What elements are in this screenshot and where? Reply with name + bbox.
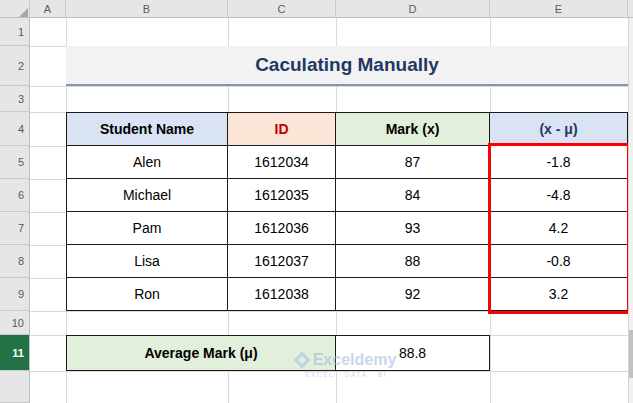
column-header-strip: A B C D E — [0, 0, 633, 18]
gridline — [30, 311, 628, 312]
cell-mark-row2[interactable]: 84 — [336, 179, 490, 212]
worksheet-title[interactable]: Caculating Manually — [66, 46, 628, 86]
vertical-scrollbar[interactable] — [628, 18, 633, 403]
column-header-d[interactable]: D — [336, 0, 490, 18]
header-student-name[interactable]: Student Name — [66, 112, 228, 146]
scrollbar-thumb[interactable] — [629, 330, 633, 378]
header-deviation[interactable]: (x - μ) — [490, 112, 628, 146]
row-header-3[interactable]: 3 — [0, 86, 29, 112]
column-header-c[interactable]: C — [228, 0, 336, 18]
spreadsheet: A B C D E 1 2 3 4 5 6 7 8 9 10 11 Cacula… — [0, 0, 633, 403]
column-header-b[interactable]: B — [66, 0, 228, 18]
cell-name-row2[interactable]: Michael — [66, 179, 228, 212]
watermark-tagline: EXCEL · DATA · BI — [281, 371, 411, 378]
cell-id-row5[interactable]: 1612038 — [228, 278, 336, 311]
row-header-1[interactable]: 1 — [0, 18, 29, 46]
cell-dev-row4[interactable]: -0.8 — [490, 245, 628, 278]
cell-dev-row1[interactable]: -1.8 — [490, 146, 628, 179]
cell-name-row5[interactable]: Ron — [66, 278, 228, 311]
header-id[interactable]: ID — [228, 112, 336, 146]
row-header-11-selected[interactable]: 11 — [0, 335, 29, 371]
average-mark-label[interactable]: Average Mark (μ) — [66, 335, 336, 371]
header-mark[interactable]: Mark (x) — [336, 112, 490, 146]
gridline — [30, 86, 628, 87]
cell-mark-row5[interactable]: 92 — [336, 278, 490, 311]
cell-id-row3[interactable]: 1612036 — [228, 212, 336, 245]
cell-mark-row3[interactable]: 93 — [336, 212, 490, 245]
row-header-10[interactable]: 10 — [0, 311, 29, 335]
cell-dev-row2[interactable]: -4.8 — [490, 179, 628, 212]
select-all-triangle-icon — [19, 8, 28, 17]
row-header-7[interactable]: 7 — [0, 212, 29, 245]
row-header-strip: 1 2 3 4 5 6 7 8 9 10 11 — [0, 18, 30, 403]
row-header-4[interactable]: 4 — [0, 112, 29, 146]
row-header-9[interactable]: 9 — [0, 278, 29, 311]
cell-mark-row4[interactable]: 88 — [336, 245, 490, 278]
gridline — [30, 371, 628, 372]
row-header-6[interactable]: 6 — [0, 179, 29, 212]
row-header-8[interactable]: 8 — [0, 245, 29, 278]
column-header-a[interactable]: A — [30, 0, 66, 18]
cell-name-row4[interactable]: Lisa — [66, 245, 228, 278]
cell-dev-row5[interactable]: 3.2 — [490, 278, 628, 311]
cell-id-row4[interactable]: 1612037 — [228, 245, 336, 278]
cell-name-row3[interactable]: Pam — [66, 212, 228, 245]
column-header-e[interactable]: E — [490, 0, 628, 18]
cell-dev-row3[interactable]: 4.2 — [490, 212, 628, 245]
average-mark-value[interactable]: 88.8 — [336, 335, 490, 371]
cell-name-row1[interactable]: Alen — [66, 146, 228, 179]
row-header-2[interactable]: 2 — [0, 46, 29, 86]
cell-mark-row1[interactable]: 87 — [336, 146, 490, 179]
select-all-corner[interactable] — [0, 0, 30, 18]
cell-id-row2[interactable]: 1612035 — [228, 179, 336, 212]
row-header-5[interactable]: 5 — [0, 146, 29, 179]
cell-id-row1[interactable]: 1612034 — [228, 146, 336, 179]
row-header-12-partial[interactable] — [0, 371, 29, 403]
